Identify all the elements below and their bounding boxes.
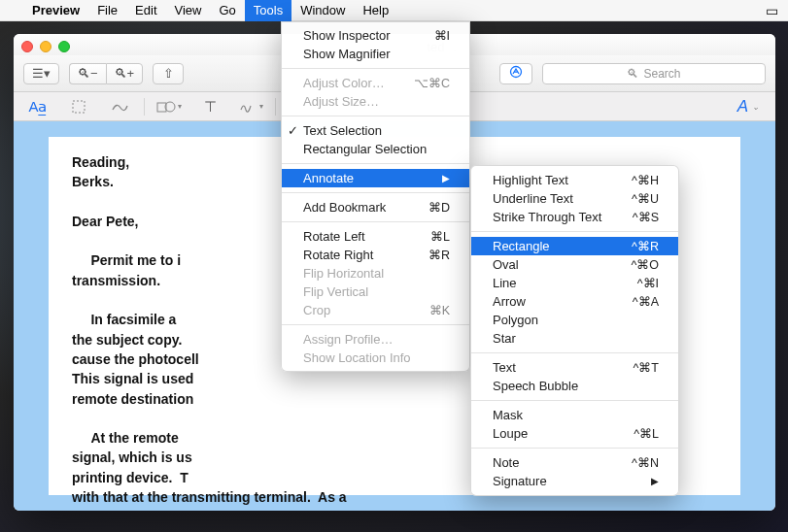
menu-item-label: Speech Bubble <box>493 379 578 393</box>
zoom-in-button[interactable]: 🔍︎+ <box>106 63 144 84</box>
menu-shortcut: ⌘R <box>401 248 450 262</box>
menu-item-text[interactable]: Text^⌘T <box>471 358 678 377</box>
sign-button[interactable]: ▾ <box>234 96 267 117</box>
menu-separator <box>471 231 678 232</box>
menu-shortcut: ^⌘L <box>606 426 659 441</box>
menu-shortcut: ^⌘U <box>604 191 659 206</box>
menu-item-show-magnifier[interactable]: Show Magnifier <box>282 45 469 63</box>
sketch-tool-button[interactable] <box>103 96 136 117</box>
chevron-down-icon: ⌄ <box>752 102 760 112</box>
check-icon: ✓ <box>288 123 298 138</box>
menu-separator <box>282 324 469 325</box>
search-input[interactable]: 🔍︎ Search <box>542 63 766 84</box>
share-button[interactable]: ⇧ <box>153 63 184 84</box>
menu-tools[interactable]: Tools <box>245 0 291 21</box>
toolbar-separator <box>275 98 276 116</box>
text-style-button[interactable]: Aa̲ <box>21 96 54 117</box>
menu-item-oval[interactable]: Oval^⌘O <box>471 255 678 274</box>
menu-item-rotate-right[interactable]: Rotate Right⌘R <box>282 246 469 264</box>
menu-help[interactable]: Help <box>354 0 397 21</box>
menu-item-adjust-size: Adjust Size… <box>282 92 469 111</box>
markup-toolbar-button[interactable] <box>499 63 532 84</box>
window-close-button[interactable] <box>21 41 33 52</box>
menu-separator <box>282 163 469 164</box>
menu-item-mask[interactable]: Mask <box>471 406 678 424</box>
menu-item-label: Line <box>493 276 517 290</box>
menu-item-annotate[interactable]: Annotate▶ <box>282 169 469 187</box>
menu-go[interactable]: Go <box>210 0 244 21</box>
menu-shortcut: ⌥⌘C <box>387 76 450 90</box>
shapes-button[interactable]: ▾ <box>153 96 186 117</box>
menu-item-assign-profile: Assign Profile… <box>282 330 469 349</box>
menu-separator <box>471 448 678 449</box>
menu-item-polygon[interactable]: Polygon <box>471 311 678 329</box>
menu-item-signature[interactable]: Signature▶ <box>471 472 678 490</box>
menu-item-strike-through-text[interactable]: Strike Through Text^⌘S <box>471 208 678 226</box>
sidebar-icon: ☰▾ <box>32 66 51 81</box>
menu-item-label: Adjust Size… <box>303 94 379 109</box>
menu-shortcut: ^⌘T <box>605 360 659 375</box>
menu-item-label: Show Location Info <box>303 350 411 365</box>
menu-item-underline-text[interactable]: Underline Text^⌘U <box>471 189 678 208</box>
menu-item-rectangular-selection[interactable]: Rectangular Selection <box>282 140 469 158</box>
menu-item-label: Assign Profile… <box>303 332 393 347</box>
menu-edit[interactable]: Edit <box>126 0 165 21</box>
menu-item-label: Rectangular Selection <box>303 142 427 156</box>
menu-item-label: Mask <box>493 408 523 422</box>
zoom-out-icon: 🔍︎− <box>78 66 98 81</box>
search-icon: 🔍︎ <box>627 67 638 81</box>
menu-view[interactable]: View <box>166 0 211 21</box>
menu-item-label: Add Bookmark <box>303 200 386 215</box>
menu-shortcut: ⌘L <box>403 229 450 244</box>
menu-shortcut: ^⌘O <box>603 257 659 272</box>
zoom-out-button[interactable]: 🔍︎− <box>69 63 106 84</box>
menu-item-label: Flip Vertical <box>303 284 368 299</box>
menu-shortcut: ^⌘I <box>610 276 659 290</box>
menu-item-flip-horizontal: Flip Horizontal <box>282 264 469 283</box>
window-minimize-button[interactable] <box>40 41 51 52</box>
zoom-group: 🔍︎− 🔍︎+ <box>69 63 143 84</box>
submenu-arrow-icon: ▶ <box>423 173 450 183</box>
menu-shortcut: ^⌘H <box>604 173 659 187</box>
menu-item-star[interactable]: Star <box>471 329 678 348</box>
menu-item-label: Rectangle <box>493 239 550 253</box>
menu-item-highlight-text[interactable]: Highlight Text^⌘H <box>471 171 678 189</box>
toolbar-separator <box>144 98 145 116</box>
menu-separator <box>282 68 469 69</box>
menu-item-line[interactable]: Line^⌘I <box>471 274 678 292</box>
menu-shortcut: ^⌘S <box>605 210 659 224</box>
menu-item-show-inspector[interactable]: Show Inspector⌘I <box>282 26 469 45</box>
menu-item-label: Oval <box>493 257 519 272</box>
menu-item-add-bookmark[interactable]: Add Bookmark⌘D <box>282 198 469 216</box>
menu-item-label: Adjust Color… <box>303 76 385 90</box>
text-tool-button[interactable]: ⊤ <box>193 96 226 117</box>
submenu-arrow-icon: ▶ <box>632 476 659 486</box>
menu-item-rotate-left[interactable]: Rotate Left⌘L <box>282 227 469 246</box>
selection-tool-button[interactable] <box>62 96 95 117</box>
menu-shortcut: ⌘D <box>401 200 450 215</box>
share-icon: ⇧ <box>163 66 174 81</box>
annotate-submenu: Highlight Text^⌘HUnderline Text^⌘UStrike… <box>470 165 679 496</box>
menu-item-label: Loupe <box>493 426 528 441</box>
menu-item-note[interactable]: Note^⌘N <box>471 453 678 472</box>
sidebar-view-button[interactable]: ☰▾ <box>23 63 59 84</box>
svg-rect-1 <box>73 101 85 113</box>
menu-file[interactable]: File <box>88 0 126 21</box>
menu-item-label: Show Inspector <box>303 28 391 43</box>
window-maximize-button[interactable] <box>58 41 70 52</box>
app-menu[interactable]: Preview <box>23 0 88 21</box>
font-style-button[interactable]: A ⌄ <box>730 97 768 116</box>
menu-item-label: Rotate Left <box>303 229 365 244</box>
menu-item-speech-bubble[interactable]: Speech Bubble <box>471 377 678 395</box>
screen-share-icon[interactable]: ▭ <box>766 3 778 18</box>
menu-item-rectangle[interactable]: Rectangle^⌘R <box>471 237 678 255</box>
menu-item-label: Crop <box>303 303 330 317</box>
menu-item-text-selection[interactable]: ✓Text Selection <box>282 121 469 140</box>
menu-item-label: Text Selection <box>303 123 382 138</box>
menu-item-loupe[interactable]: Loupe^⌘L <box>471 424 678 443</box>
menu-item-arrow[interactable]: Arrow^⌘A <box>471 292 678 311</box>
menu-shortcut: ⌘I <box>407 28 450 43</box>
menu-window[interactable]: Window <box>291 0 354 21</box>
zoom-in-icon: 🔍︎+ <box>115 66 135 81</box>
menu-item-crop: Crop⌘K <box>282 301 469 319</box>
